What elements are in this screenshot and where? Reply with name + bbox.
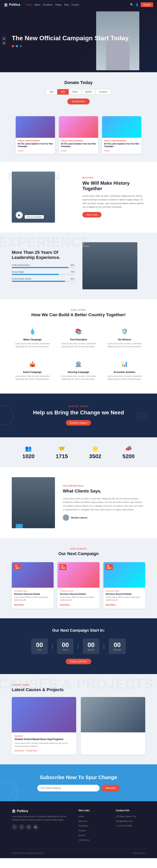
footer-link-causes[interactable]: Causes xyxy=(78,829,86,832)
howwe-item-6: 📊 Economic Solution Lorem ipsum dolor si… xyxy=(104,356,145,384)
help-donate-button[interactable]: Donate & Support xyxy=(66,420,91,426)
donate-tab-10[interactable]: $10 xyxy=(46,89,57,95)
exp-bar-1: Public Administration 90% xyxy=(12,264,74,268)
event-card-3-meta: 30 MARCH 2023 xyxy=(106,590,143,592)
facebook-icon[interactable]: f xyxy=(12,824,17,830)
events-tag: OUR EVENTS xyxy=(12,548,145,550)
mission-image-box: ▶ See Our Campaign xyxy=(12,172,55,223)
footer-brand: 🏛️ Politica Lorem ipsum dolor sit amet, … xyxy=(12,809,71,843)
footer-logo: 🏛️ Politica xyxy=(12,809,71,813)
event-card-1-link[interactable]: Read More xyxy=(14,604,24,606)
footer-link-about[interactable]: About Us xyxy=(78,820,87,822)
event-card-2: 22FEB 22 MARCH 2023 Elections Beyond Deb… xyxy=(58,562,99,609)
donate-tab-50[interactable]: $50 xyxy=(57,89,69,95)
cause-card-1-donate-link[interactable]: Donate Now xyxy=(26,750,37,752)
stat-1: 👥 1020 xyxy=(22,445,35,460)
mission-image-wrapper: MISSION ▶ See Our Campaign xyxy=(12,172,74,223)
mission-heading: We Will Make History Together xyxy=(83,180,145,191)
testimonial-image: " xyxy=(12,477,55,528)
news-card-2-link[interactable]: Donate xyxy=(61,150,66,152)
howwe-item-3-title: Tax Returns xyxy=(118,338,131,341)
cause-card-1-footer: Read More Donate Now xyxy=(14,750,73,752)
twitter-icon[interactable]: t xyxy=(19,824,24,830)
footer-privacy-link[interactable]: Privacy Policy xyxy=(133,852,145,854)
event-card-3-link[interactable]: Read More xyxy=(106,604,116,606)
logo-icon: 🏛️ xyxy=(4,3,8,7)
donate-now-button[interactable]: Donate Now xyxy=(67,98,90,104)
nav-link-about[interactable]: About xyxy=(35,3,40,6)
footer-contact-email[interactable]: info@politica.com xyxy=(116,820,133,822)
stats-section: 👥 1020 🤝 1715 🌟 3502 📣 5200 xyxy=(0,437,157,467)
hero-section: ▲ ▼ The New Official Campaign Start Toda… xyxy=(0,9,157,72)
cause-card-2 xyxy=(81,697,145,754)
stat-2-number: 1715 xyxy=(56,453,68,460)
footer-link-home[interactable]: Home xyxy=(78,815,84,817)
mission-btn[interactable]: About Links xyxy=(83,212,101,217)
news-card-2-tag: PUBLIC ANNOUNCEMENT xyxy=(61,140,96,142)
hero-arrow-up[interactable]: ▲ xyxy=(2,36,6,40)
footer-link-donations[interactable]: Donations xyxy=(78,825,88,827)
howwe-heading: How We Can Build A Better Country Togeth… xyxy=(12,312,145,317)
nav-link-contact[interactable]: Contact xyxy=(71,3,79,6)
hero-dot-2[interactable] xyxy=(16,45,18,47)
experience-section: EXPERIENCE More Than 25 Years Of Leaders… xyxy=(0,232,157,299)
countdown-days: 00 Days xyxy=(31,639,48,654)
stat-4: 📣 5200 xyxy=(122,445,135,460)
footer-contact-phone[interactable]: +1 234 567 8900 xyxy=(116,825,132,827)
exp-bar-3: Environmental Studies 85% xyxy=(12,278,74,282)
news-card-3-body: PUBLIC ANNOUNCEMENT All The Latest Updat… xyxy=(102,138,141,154)
nav-link-blog[interactable]: Blog xyxy=(64,3,69,6)
event-card-1: 21JAN 15 MARCH 2023 Elections Beyond Deb… xyxy=(12,562,54,609)
donate-button[interactable]: Donate xyxy=(141,2,153,7)
donate-tab-500[interactable]: $500 xyxy=(69,89,82,95)
subscribe-button[interactable]: Subscribe xyxy=(101,785,120,792)
subscribe-section: Subscribe Now To Spur Change Subscribe xyxy=(0,764,157,801)
howwe-tag: OUR STORY xyxy=(12,309,145,311)
event-card-1-body: 15 MARCH 2023 Elections Beyond Debate Lo… xyxy=(12,588,54,609)
news-card-1-tag: PUBLIC ANNOUNCEMENT xyxy=(18,140,53,142)
nav-logo: 🏛️ Politica xyxy=(4,3,20,7)
cause-card-1-read-link[interactable]: Read More xyxy=(14,750,24,752)
nav-links: Home About Donations Pages Blog Contact xyxy=(26,3,130,6)
stat-4-number: 5200 xyxy=(122,453,135,460)
hero-dot-3[interactable] xyxy=(20,45,22,47)
howwe-item-5-desc: Lorem ipsum dolor sit amet, consectetur … xyxy=(61,375,96,381)
instagram-icon[interactable]: in xyxy=(26,824,31,830)
event-card-2-link[interactable]: Read More xyxy=(60,604,70,606)
countdown-seconds-label: Seconds xyxy=(114,649,121,651)
youtube-icon[interactable]: ▶ xyxy=(33,824,38,830)
mission-play-button[interactable]: ▶ xyxy=(16,212,23,219)
event-card-2-desc: Lorem ipsum dolor sit amet consectetur a… xyxy=(60,596,97,601)
donate-tab-1000[interactable]: $1000 xyxy=(82,89,95,95)
testimonial-author-name: Nicolas Lawson xyxy=(71,517,87,519)
search-icon[interactable]: 🔍 xyxy=(130,3,133,6)
news-card-1-link[interactable]: Donate xyxy=(18,150,23,152)
news-card-3-link[interactable]: Donate xyxy=(104,150,110,152)
help-dots-decoration xyxy=(136,412,149,419)
subscribe-email-input[interactable] xyxy=(37,785,99,792)
donate-tab-custom[interactable]: Custom xyxy=(95,89,111,95)
nav-link-pages[interactable]: Pages xyxy=(56,3,62,6)
event-card-3-date: 30MAR xyxy=(105,564,113,570)
hero-arrow-down[interactable]: ▼ xyxy=(2,41,6,45)
event-card-2-title: Elections Beyond Debate xyxy=(60,593,97,595)
howwe-item-3-desc: Lorem ipsum dolor sit amet, consectetur … xyxy=(107,342,142,348)
event-card-3-desc: Lorem ipsum dolor sit amet consectetur a… xyxy=(106,596,143,601)
user-icon[interactable]: 👤 xyxy=(135,3,139,6)
news-card-3: PUBLIC ANNOUNCEMENT All The Latest Updat… xyxy=(102,116,141,154)
howwe-item-4: 🎪 Event Campaign Lorem ipsum dolor sit a… xyxy=(12,356,53,384)
causes-bg-text: CAUSES & PROJECTS xyxy=(0,676,154,692)
nav-link-donations[interactable]: Donations xyxy=(43,3,53,6)
countdown-support-button[interactable]: COME SUPPORT xyxy=(66,659,91,664)
countdown-minutes-num: 00 xyxy=(88,642,95,648)
howwe-section: OUR STORY How We Can Build A Better Coun… xyxy=(0,299,157,394)
footer-link-contact[interactable]: Contact Us xyxy=(78,839,89,841)
footer-contact-heading: Contact Info xyxy=(116,809,145,812)
footer-site-links-list: Home About Us Donations Causes Events Co… xyxy=(78,815,108,841)
nav-link-home[interactable]: Home xyxy=(26,3,32,6)
nav-right: 🔍 👤 Donate xyxy=(130,2,153,7)
hero-dot-1[interactable] xyxy=(12,45,14,47)
news-card-1-body: PUBLIC ANNOUNCEMENT All The Latest Updat… xyxy=(16,138,55,154)
footer-link-events[interactable]: Events xyxy=(78,834,85,836)
event-card-1-meta: 15 MARCH 2023 xyxy=(14,590,51,592)
